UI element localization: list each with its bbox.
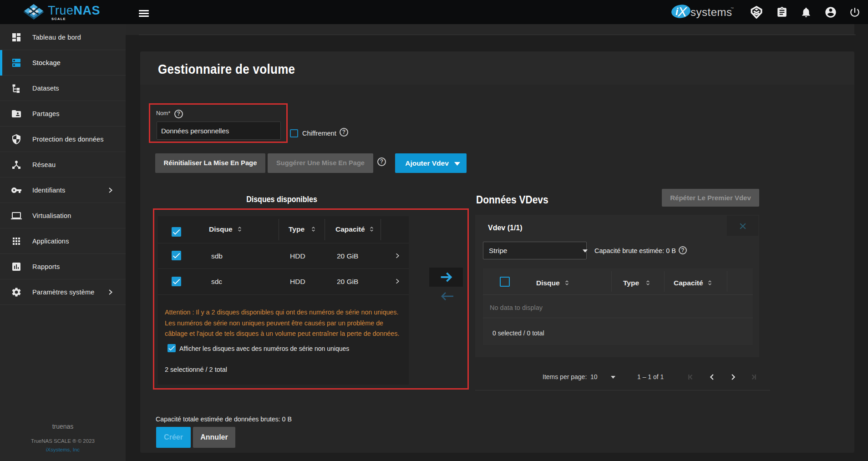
svg-text:systems: systems [690, 6, 732, 18]
svg-text:X: X [677, 4, 687, 19]
svg-text:™: ™ [731, 7, 734, 10]
